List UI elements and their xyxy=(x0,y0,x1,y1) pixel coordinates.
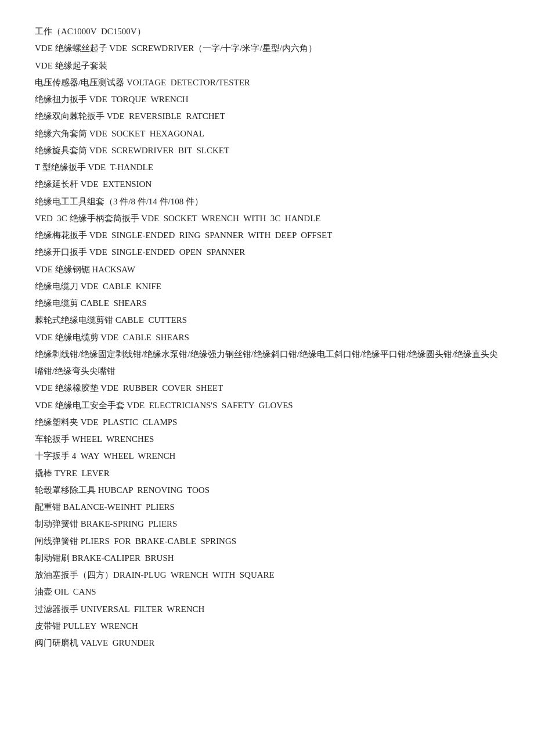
list-item: 制动弹簧钳 BRAKE-SPRING PLIERS xyxy=(35,516,499,532)
list-item: 油壶 OIL CANS xyxy=(35,584,499,600)
main-content: 工作（AC1000V DC1500V）VDE 绝缘螺丝起子 VDE SCREWD… xyxy=(35,23,499,651)
list-item: 绝缘梅花扳手 VDE SINGLE-ENDED RING SPANNER WIT… xyxy=(35,227,499,244)
list-item: 配重钳 BALANCE-WEINHT PLIERS xyxy=(35,499,499,516)
list-item: 工作（AC1000V DC1500V） xyxy=(35,23,499,40)
list-item: VDE 绝缘螺丝起子 VDE SCREWDRIVER（一字/十字/米字/星型/内… xyxy=(35,40,499,57)
list-item: 绝缘扭力扳手 VDE TORQUE WRENCH xyxy=(35,91,499,108)
list-item: 绝缘延长杆 VDE EXTENSION xyxy=(35,176,499,193)
list-item: 绝缘电工工具组套（3 件/8 件/14 件/108 件） xyxy=(35,193,499,210)
list-item: 绝缘旋具套筒 VDE SCREWDRIVER BIT SLCKET xyxy=(35,142,499,159)
list-item: 十字扳手 4 WAY WHEEL WRENCH xyxy=(35,448,499,465)
list-item: 轮毂罩移除工具 HUBCAP RENOVING TOOS xyxy=(35,482,499,499)
list-item: 闸线弹簧钳 PLIERS FOR BRAKE-CABLE SPRINGS xyxy=(35,533,499,550)
list-item: VDE 绝缘橡胶垫 VDE RUBBER COVER SHEET xyxy=(35,380,499,397)
list-item: 车轮扳手 WHEEL WRENCHES xyxy=(35,431,499,448)
list-item: 绝缘剥线钳/绝缘固定剥线钳/绝缘水泵钳/绝缘强力钢丝钳/绝缘斜口钳/绝缘电工斜口… xyxy=(35,346,499,380)
list-item: VDE 绝缘电缆剪 VDE CABLE SHEARS xyxy=(35,329,499,346)
list-item: 过滤器扳手 UNIVERSAL FILTER WRENCH xyxy=(35,601,499,618)
list-item: 绝缘电缆剪 CABLE SHEARS xyxy=(35,295,499,312)
list-item: VDE 绝缘起子套装 xyxy=(35,57,499,74)
list-item: 皮带钳 PULLEY WRENCH xyxy=(35,618,499,635)
list-item: 阀门研磨机 VALVE GRUNDER xyxy=(35,635,499,651)
list-item: VED 3C 绝缘手柄套筒扳手 VDE SOCKET WRENCH WITH 3… xyxy=(35,210,499,227)
list-item: 绝缘双向棘轮扳手 VDE REVERSIBLE RATCHET xyxy=(35,108,499,125)
list-item: 棘轮式绝缘电缆剪钳 CABLE CUTTERS xyxy=(35,312,499,329)
list-item: 绝缘电缆刀 VDE CABLE KNIFE xyxy=(35,278,499,295)
list-item: T 型绝缘扳手 VDE T-HANDLE xyxy=(35,159,499,176)
list-item: VDE 绝缘电工安全手套 VDE ELECTRICIANS'S SAFETY G… xyxy=(35,397,499,414)
list-item: 放油塞扳手（四方）DRAIN-PLUG WRENCH WITH SQUARE xyxy=(35,567,499,584)
list-item: 电压传感器/电压测试器 VOLTAGE DETECTOR/TESTER xyxy=(35,74,499,91)
list-item: 绝缘塑料夹 VDE PLASTIC CLAMPS xyxy=(35,414,499,431)
list-item: 制动钳刷 BRAKE-CALIPER BRUSH xyxy=(35,550,499,567)
list-item: 绝缘开口扳手 VDE SINGLE-ENDED OPEN SPANNER xyxy=(35,244,499,261)
list-item: 撬棒 TYRE LEVER xyxy=(35,465,499,482)
list-item: VDE 绝缘钢锯 HACKSAW xyxy=(35,261,499,278)
list-item: 绝缘六角套筒 VDE SOCKET HEXAGONAL xyxy=(35,125,499,142)
